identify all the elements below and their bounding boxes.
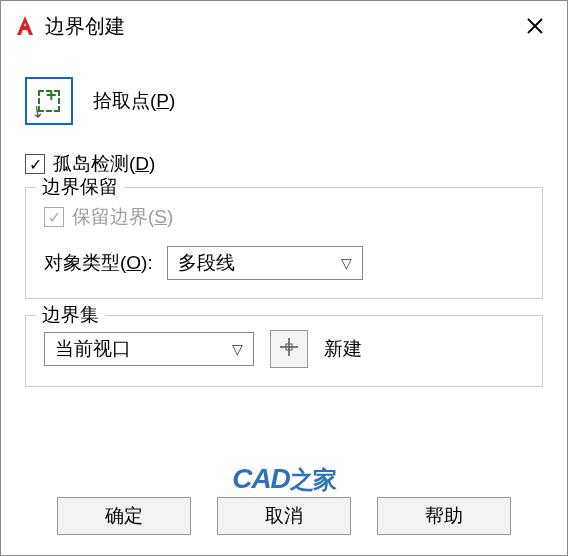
retain-boundary-row: ✓ 保留边界(S) (44, 204, 528, 230)
dialog-window: 边界创建 + ↘ 拾取点(P) ✓ 孤岛检测(D) (0, 0, 568, 556)
retain-boundary-checkbox: ✓ (44, 207, 64, 227)
dialog-footer: CAD之家 CADHOME.COM.CN 让CAD学习更简单! 确定 取消 帮助 (5, 487, 563, 551)
boundary-set-legend: 边界集 (36, 302, 105, 328)
chevron-down-icon: ▽ (341, 255, 352, 271)
object-type-dropdown[interactable]: 多段线 ▽ (167, 246, 363, 280)
help-button[interactable]: 帮助 (377, 497, 511, 535)
close-icon (526, 17, 544, 35)
new-boundary-set-button[interactable] (270, 330, 308, 368)
object-type-value: 多段线 (178, 250, 341, 276)
boundary-retain-group: 边界保留 ✓ 保留边界(S) 对象类型(O): 多段线 ▽ (25, 187, 543, 299)
pick-point-button[interactable]: + ↘ (25, 77, 73, 125)
ok-button[interactable]: 确定 (57, 497, 191, 535)
pick-point-label: 拾取点(P) (93, 88, 175, 114)
autocad-app-icon (11, 12, 39, 40)
dialog-body: + ↘ 拾取点(P) ✓ 孤岛检测(D) 边界保留 ✓ 保留边界(S) (5, 47, 563, 487)
chevron-down-icon: ▽ (232, 341, 243, 357)
boundary-retain-legend: 边界保留 (36, 174, 124, 200)
object-type-label: 对象类型(O): (44, 250, 153, 276)
boundary-set-value: 当前视口 (55, 336, 232, 362)
object-type-row: 对象类型(O): 多段线 ▽ (44, 246, 528, 280)
island-detection-checkbox[interactable]: ✓ (25, 154, 45, 174)
dialog-title: 边界创建 (45, 13, 513, 40)
boundary-set-group: 边界集 当前视口 ▽ 新建 (25, 315, 543, 387)
crosshair-icon (278, 336, 300, 363)
retain-boundary-label: 保留边界(S) (72, 204, 173, 230)
boundary-set-dropdown[interactable]: 当前视口 ▽ (44, 332, 254, 366)
cancel-button[interactable]: 取消 (217, 497, 351, 535)
pick-point-row: + ↘ 拾取点(P) (25, 77, 543, 125)
close-button[interactable] (513, 7, 557, 45)
boundary-set-row: 当前视口 ▽ 新建 (44, 330, 528, 368)
titlebar: 边界创建 (5, 5, 563, 47)
new-button-label: 新建 (324, 336, 362, 362)
plus-icon: + (46, 90, 60, 104)
